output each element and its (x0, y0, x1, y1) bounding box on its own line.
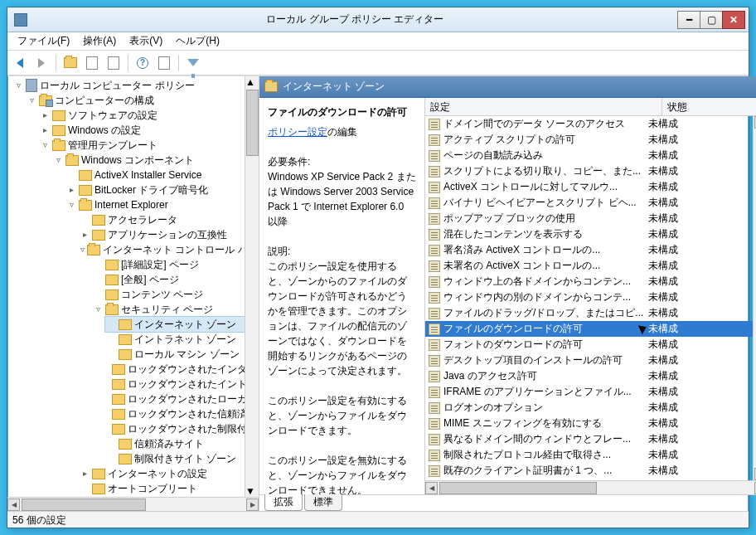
expand-icon[interactable]: ▸ (41, 123, 50, 138)
tab-extended[interactable]: 拡張 (264, 494, 303, 511)
tab-standard[interactable]: 標準 (304, 494, 342, 511)
list-row[interactable]: ポップアップ ブロックの使用未構成 (425, 211, 753, 226)
list-row[interactable]: ActiveX コントロールに対してマルウ...未構成 (425, 179, 753, 195)
list-row[interactable]: ページの自動読み込み未構成 (425, 148, 753, 163)
tree-advanced-page[interactable]: [詳細設定] ページ (92, 257, 245, 272)
tree-internet-cpl[interactable]: ▿インターネット コントロール パネル (79, 242, 245, 257)
scroll-thumb[interactable] (22, 499, 146, 511)
tree-label: [詳細設定] ページ (121, 257, 199, 272)
tree-internet-settings[interactable]: ▸インターネットの設定 (79, 466, 245, 481)
collapse-icon[interactable]: ▿ (14, 78, 23, 93)
help-button[interactable]: ? (133, 54, 152, 72)
list-row[interactable]: スクリプトによる切り取り、コピー、また...未構成 (425, 163, 753, 179)
show-hide-tree-button[interactable] (83, 54, 101, 72)
minimize-button[interactable]: ━ (677, 11, 700, 29)
list-row[interactable]: アクティブ スクリプトの許可未構成 (425, 132, 753, 148)
tree-ld-local[interactable]: ロックダウンされたローカル (105, 392, 245, 406)
tree-activex-installer[interactable]: ActiveX Installer Service (65, 168, 245, 182)
tree-hscrollbar[interactable]: ◀ ▶ (7, 497, 259, 511)
menu-file[interactable]: ファイル(F) (11, 32, 76, 50)
col-header-state[interactable]: 状態 (662, 98, 756, 115)
expand-icon[interactable]: ▸ (80, 227, 90, 242)
policy-tree[interactable]: ▿ローカル コンピューター ポリシー ▿コンピューターの構成 ▸ソフトウェアの設… (7, 76, 245, 497)
collapse-icon[interactable]: ▿ (54, 153, 63, 168)
list-row[interactable]: ファイルのドラッグ/ドロップ、またはコピ...未構成 (425, 305, 753, 321)
scroll-down-button[interactable]: ▼ (245, 485, 259, 497)
scroll-thumb[interactable] (246, 90, 259, 156)
maximize-button[interactable]: ▢ (700, 11, 723, 29)
scroll-right-button[interactable]: ▶ (246, 499, 259, 511)
list-row[interactable]: デスクトップ項目のインストールの許可未構成 (425, 353, 753, 368)
tree-intranet-zone[interactable]: イントラネット ゾーン (105, 332, 245, 347)
list-row[interactable]: 異なるドメイン間のウィンドウとフレー...未構成 (425, 431, 753, 447)
list-row[interactable]: 未署名の ActiveX コントロールの...未構成 (425, 258, 753, 274)
close-button[interactable]: ✕ (722, 11, 745, 29)
list-row[interactable]: IFRAME のアプリケーションとファイル...未構成 (425, 384, 753, 400)
expand-icon[interactable]: ▸ (67, 182, 76, 197)
menu-view[interactable]: 表示(V) (123, 32, 169, 50)
tree-content-page[interactable]: コンテンツ ページ (92, 287, 245, 302)
tree-admin-templates[interactable]: ▿管理用テンプレート (39, 138, 245, 153)
up-button[interactable] (61, 54, 80, 72)
tree-local-machine-zone[interactable]: ローカル マシン ゾーン (105, 347, 245, 362)
scroll-up-button[interactable]: ▲ (245, 76, 259, 88)
settings-list[interactable]: ドメイン間でのデータ ソースのアクセス未構成アクティブ スクリプトの許可未構成ペ… (425, 116, 753, 480)
tree-software-settings[interactable]: ▸ソフトウェアの設定 (39, 108, 245, 123)
list-row[interactable]: バイナリ ビヘイビアーとスクリプト ビヘ...未構成 (425, 195, 753, 211)
list-row[interactable]: 既存のクライアント証明書が 1 つ、...未構成 (425, 463, 753, 479)
export-button[interactable] (104, 54, 123, 72)
collapse-icon[interactable]: ▿ (41, 138, 50, 153)
tree-ld-internet[interactable]: ロックダウンされたインターネ (105, 362, 245, 377)
scroll-left-button[interactable]: ◀ (7, 499, 20, 511)
tree-ld-restricted[interactable]: ロックダウンされた制限付き (105, 421, 245, 436)
nav-forward-button[interactable] (32, 54, 51, 72)
tree-restricted-sites[interactable]: 制限付きサイト ゾーン (105, 451, 245, 466)
tree-label: Internet Explorer (94, 197, 168, 212)
nav-back-button[interactable] (11, 54, 29, 72)
col-header-setting[interactable]: 設定 (425, 98, 662, 115)
list-row[interactable]: 混在したコンテンツを表示する未構成 (425, 226, 753, 242)
tree-root[interactable]: ▿ローカル コンピューター ポリシー (12, 78, 245, 93)
filter-button[interactable] (184, 54, 202, 72)
expand-icon[interactable]: ▸ (80, 466, 90, 481)
tree-internet-zone[interactable]: インターネット ゾーン (105, 317, 245, 332)
list-row[interactable]: フォントのダウンロードの許可未構成 (425, 337, 753, 353)
expand-icon[interactable]: ▸ (41, 108, 50, 123)
edit-policy-link[interactable]: ポリシー設定 (268, 126, 327, 138)
collapse-icon[interactable]: ▿ (80, 242, 85, 257)
properties-button[interactable] (155, 54, 173, 72)
tree-label: ソフトウェアの設定 (68, 108, 158, 123)
tree-computer-config[interactable]: ▿コンピューターの構成 (26, 93, 245, 108)
tree-ld-intranet[interactable]: ロックダウンされたイントラネ (105, 377, 245, 392)
tree-accelerator[interactable]: アクセラレータ (79, 212, 245, 227)
list-row[interactable]: ログオンのオプション未構成 (425, 400, 753, 416)
list-row[interactable]: ドメイン間でのデータ ソースのアクセス未構成 (425, 116, 753, 132)
tree-internet-explorer[interactable]: ▿Internet Explorer (65, 197, 245, 212)
collapse-icon[interactable]: ▿ (67, 197, 76, 212)
tree-app-compat[interactable]: ▸アプリケーションの互換性 (79, 227, 245, 242)
scroll-left-button[interactable]: ◀ (425, 482, 438, 494)
list-hscrollbar[interactable]: ◀ ▶ (425, 480, 756, 494)
tree-ld-trusted[interactable]: ロックダウンされた信頼済み (105, 406, 245, 421)
scroll-thumb[interactable] (439, 482, 597, 494)
collapse-icon[interactable]: ▿ (94, 302, 103, 317)
tree-autocomplete[interactable]: オートコンプリート (79, 481, 245, 496)
list-row[interactable]: ファイルのダウンロードの許可未構成 (425, 321, 753, 337)
list-row[interactable]: Java のアクセス許可未構成 (425, 368, 753, 384)
collapse-icon[interactable]: ▿ (27, 93, 36, 108)
tree-security-page[interactable]: ▿セキュリティ ページ (92, 302, 245, 317)
list-vscrollbar[interactable]: ▲ ▼ (753, 116, 756, 480)
menu-action[interactable]: 操作(A) (76, 32, 123, 50)
tree-windows-settings[interactable]: ▸Windows の設定 (39, 123, 245, 138)
menu-help[interactable]: ヘルプ(H) (169, 32, 226, 50)
list-row[interactable]: ウィンドウ上の各ドメインからコンテン...未構成 (425, 274, 753, 289)
list-row[interactable]: MIME スニッフィングを有効にする未構成 (425, 416, 753, 431)
list-row[interactable]: ウィンドウ内の別のドメインからコンテ...未構成 (425, 289, 753, 305)
tree-general-page[interactable]: [全般] ページ (92, 272, 245, 287)
tree-trusted-sites[interactable]: 信頼済みサイト (105, 436, 245, 451)
tree-vscrollbar[interactable]: ▲ ▼ (245, 76, 259, 497)
tree-windows-components[interactable]: ▿Windows コンポーネント (52, 153, 245, 168)
list-row[interactable]: 署名済み ActiveX コントロールの...未構成 (425, 242, 753, 258)
list-row[interactable]: 制限されたプロトコル経由で取得さ...未構成 (425, 447, 753, 463)
tree-bitlocker[interactable]: ▸BitLocker ドライブ暗号化 (65, 182, 245, 197)
